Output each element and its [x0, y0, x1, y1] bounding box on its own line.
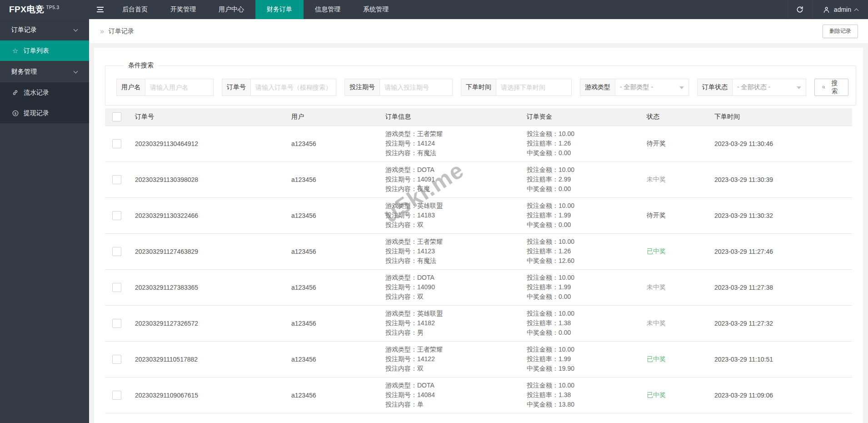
sidebar: 订单记录 ☆ 订单列表 财务管理 流水记录 — [0, 19, 89, 423]
nav-system[interactable]: 系统管理 — [352, 0, 400, 19]
row-checkbox[interactable] — [112, 355, 121, 364]
app-logo: FPX电竞TP5.3 — [0, 0, 89, 19]
sidebar-item-order-list[interactable]: ☆ 订单列表 — [0, 40, 89, 61]
row-checkbox[interactable] — [112, 283, 121, 292]
col-user: 用户 — [284, 108, 378, 126]
col-order-time: 下单时间 — [707, 108, 852, 126]
main-panel: » 订单记录 删除记录 条件搜索 用户名 订单号 — [89, 19, 868, 423]
topbar-right: admin — [788, 0, 868, 19]
status-badge: 待开奖 — [647, 212, 666, 219]
app-title: FPX电竞 — [9, 4, 44, 15]
status-badge: 待开奖 — [647, 140, 666, 147]
order-no-input[interactable] — [251, 79, 336, 96]
game-type-select[interactable]: - 全部类型 - — [615, 79, 689, 96]
nav-lottery[interactable]: 开奖管理 — [159, 0, 207, 19]
page-title: 订单记录 — [109, 27, 134, 35]
order-funds: 投注金额：10.00 投注赔率：1.99 中奖金额：19.90 — [519, 341, 639, 377]
filter-order-status: 订单状态 - 全部状态 - — [697, 79, 806, 96]
status-badge: 已中奖 — [647, 391, 666, 398]
user-menu[interactable]: admin — [812, 0, 868, 19]
app-version: TP5.3 — [46, 5, 59, 10]
order-no: 202303291130398028 — [128, 161, 284, 197]
order-info: 游戏类型：英雄联盟 投注期号：14183 投注内容：双 — [378, 197, 519, 233]
table-row: 202303291130464912 a123456 游戏类型：王者荣耀 投注期… — [105, 126, 852, 161]
order-time-input[interactable] — [496, 79, 572, 96]
order-info: 游戏类型：王者荣耀 投注期号：14122 投注内容：双 — [378, 341, 519, 377]
order-time: 2023-03-29 11:27:38 — [707, 269, 852, 305]
order-no: 202303291109067615 — [128, 377, 284, 413]
search-legend: 条件搜索 — [124, 61, 158, 70]
order-funds: 投注金额：10.00 投注赔率：2.99 中奖金额：0.00 — [519, 161, 639, 197]
order-funds: 投注金额：10.00 — [519, 413, 639, 423]
sidebar-item-withdraw-records[interactable]: $ 提现记录 — [0, 103, 89, 123]
table-row: 202303291130322466 a123456 游戏类型：英雄联盟 投注期… — [105, 197, 852, 233]
order-funds: 投注金额：10.00 投注赔率：1.99 中奖金额：0.00 — [519, 197, 639, 233]
order-no: 202303291127326572 — [128, 305, 284, 341]
filter-order-no: 订单号 — [222, 79, 336, 96]
order-user: a123456 — [284, 341, 378, 377]
row-checkbox[interactable] — [112, 319, 121, 328]
top-nav: 后台首页 开奖管理 用户中心 财务订单 信息管理 系统管理 — [111, 0, 400, 19]
order-user: a123456 — [284, 377, 378, 413]
order-user: a123456 — [284, 305, 378, 341]
status-badge: 未中奖 — [647, 176, 666, 183]
sidebar-group-order-records[interactable]: 订单记录 — [0, 19, 89, 40]
nav-info[interactable]: 信息管理 — [304, 0, 352, 19]
filter-username: 用户名 — [116, 79, 214, 96]
delete-records-button[interactable]: 删除记录 — [823, 25, 858, 38]
topbar: FPX电竞TP5.3 后台首页 开奖管理 用户中心 财务订单 信息管理 系统管理… — [0, 0, 868, 19]
row-checkbox[interactable] — [112, 175, 121, 184]
order-no: 202303291127463829 — [128, 233, 284, 269]
table-row: 202303291127383365 a123456 游戏类型：DOTA 投注期… — [105, 269, 852, 305]
row-checkbox[interactable] — [112, 247, 121, 256]
table-row: 202303291110517882 a123456 游戏类型：王者荣耀 投注期… — [105, 341, 852, 377]
order-time: 2023-03-29 11:30:46 — [707, 126, 852, 161]
order-status-select[interactable]: - 全部状态 - — [733, 79, 806, 96]
row-checkbox[interactable] — [112, 211, 121, 220]
breadcrumb-bar: » 订单记录 删除记录 — [89, 19, 868, 43]
table-row: 202303291127326572 a123456 游戏类型：英雄联盟 投注期… — [105, 305, 852, 341]
order-info: 游戏类型：英雄联盟 — [378, 413, 519, 423]
order-info: 游戏类型：DOTA 投注期号：14090 投注内容：双 — [378, 269, 519, 305]
nav-home[interactable]: 后台首页 — [111, 0, 159, 19]
content-card: 条件搜索 用户名 订单号 投注期号 — [94, 48, 863, 423]
chevron-down-icon — [679, 86, 684, 91]
sidebar-item-flow-records[interactable]: 流水记录 — [0, 82, 89, 103]
username-input[interactable] — [145, 79, 214, 96]
order-user: a123456 — [284, 269, 378, 305]
table-row-partial: 游戏类型：英雄联盟 投注金额：10.00 — [105, 413, 852, 423]
status-badge: 已中奖 — [647, 355, 666, 363]
order-time: 2023-03-29 11:27:32 — [707, 305, 852, 341]
order-info: 游戏类型：英雄联盟 投注期号：14182 投注内容：男 — [378, 305, 519, 341]
row-checkbox[interactable] — [112, 391, 121, 400]
menu-icon[interactable] — [89, 0, 111, 19]
row-checkbox[interactable] — [112, 139, 121, 148]
page-body: 条件搜索 用户名 订单号 投注期号 — [89, 43, 868, 423]
order-no: 202303291127383365 — [128, 269, 284, 305]
link-icon — [11, 89, 19, 96]
select-all-checkbox[interactable] — [112, 112, 121, 121]
col-order-funds: 订单资金 — [519, 108, 639, 126]
refresh-icon[interactable] — [788, 0, 812, 19]
order-time: 2023-03-29 11:27:46 — [707, 233, 852, 269]
nav-finance-orders[interactable]: 财务订单 — [255, 0, 304, 19]
order-info: 游戏类型：DOTA 投注期号：14091 投注内容：夜魔 — [378, 161, 519, 197]
search-button[interactable]: 搜 索 — [814, 79, 848, 96]
sidebar-group-finance[interactable]: 财务管理 — [0, 61, 89, 82]
order-time: 2023-03-29 11:09:06 — [707, 377, 852, 413]
search-icon — [822, 84, 826, 91]
order-funds: 投注金额：10.00 投注赔率：1.38 中奖金额：13.80 — [519, 377, 639, 413]
filter-order-time: 下单时间 — [461, 79, 572, 96]
svg-text:$: $ — [14, 111, 16, 115]
search-fieldset: 条件搜索 用户名 订单号 投注期号 — [105, 61, 856, 106]
bet-issue-input[interactable] — [380, 79, 453, 96]
nav-user-center[interactable]: 用户中心 — [207, 0, 255, 19]
filter-bet-issue: 投注期号 — [344, 79, 453, 96]
order-funds: 投注金额：10.00 投注赔率：1.38 中奖金额：0.00 — [519, 305, 639, 341]
username: admin — [834, 6, 851, 13]
order-user: a123456 — [284, 233, 378, 269]
chevron-down-icon — [797, 86, 801, 91]
col-order-no: 订单号 — [128, 108, 284, 126]
order-user: a123456 — [284, 197, 378, 233]
col-order-info: 订单信息 — [378, 108, 519, 126]
